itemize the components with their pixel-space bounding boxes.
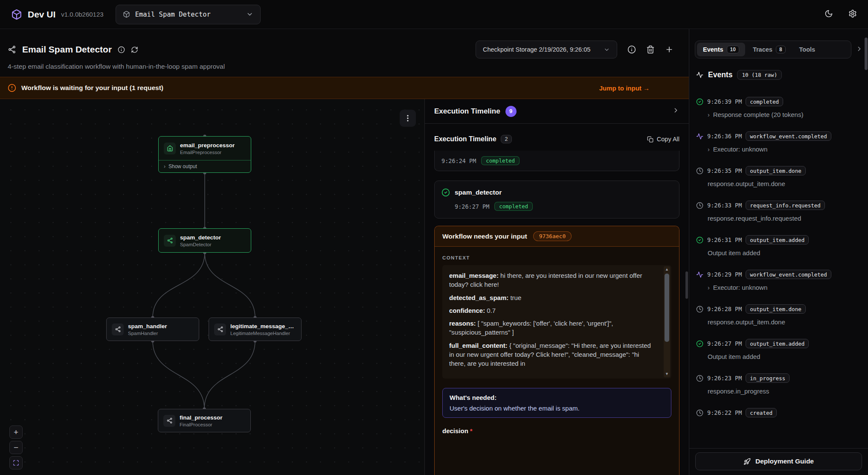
context-row: confidence: 0.7 [449, 306, 656, 315]
clock-icon [696, 202, 703, 209]
event-item[interactable]: 9:26:39 PM completed ›Response complete … [696, 97, 861, 118]
tab-tools[interactable]: Tools [793, 43, 822, 56]
scroll-down-arrow-icon[interactable]: ▼ [665, 372, 669, 376]
chevron-down-icon [246, 11, 253, 18]
main-scrollbar-thumb[interactable] [685, 271, 688, 299]
show-output-label: Show output [168, 163, 197, 169]
node-email-preprocessor[interactable]: email_preprocessor EmailPreprocessor › S… [158, 136, 251, 173]
checkpoint-selector[interactable]: Checkpoint Storage 2/19/2026, 9:26:05 [476, 41, 617, 58]
sidebar-tabs: Events 10 Traces 8 Tools [695, 41, 851, 58]
copy-all-label: Copy All [657, 136, 679, 143]
timeline-count-badge: 9 [505, 106, 517, 117]
event-item[interactable]: 9:26:23 PM in_progress response.in_progr… [696, 373, 861, 395]
workflow-canvas[interactable]: email_preprocessor EmailPreprocessor › S… [0, 99, 424, 475]
scroll-up-arrow-icon[interactable]: ▲ [665, 268, 669, 271]
event-description: Executor: unknown [713, 146, 768, 153]
event-type-badge: workflow_event.completed [746, 131, 831, 141]
workflow-subtitle: 4-step email classification workflow wit… [0, 58, 689, 70]
deployment-guide-button[interactable]: Deployment Guide [695, 452, 862, 470]
event-item[interactable]: 9:26:29 PM workflow_event.completed ›Exe… [696, 270, 861, 291]
tab-events[interactable]: Events 10 [697, 43, 745, 56]
sidebar-collapse-button[interactable] [856, 45, 863, 54]
event-type-badge: completed [746, 97, 783, 106]
zoom-in-button[interactable]: + [9, 425, 23, 439]
page-title: Email Spam Detector [22, 44, 112, 55]
gear-icon [848, 9, 857, 18]
node-spam-detector[interactable]: spam_detector SpamDetector [158, 228, 251, 253]
decision-field-label: decision* [442, 427, 671, 434]
sidebar-footer: Deployment Guide [689, 448, 868, 475]
timeline-entry-spam-detector[interactable]: spam_detector 9:26:27 PM completed [434, 181, 679, 219]
node-title: final_processor [180, 414, 223, 421]
moon-icon [824, 9, 833, 18]
context-row: full_email_content: { "original_message"… [449, 341, 656, 368]
copy-all-button[interactable]: Copy All [647, 136, 679, 143]
entry-time: 9:26:24 PM [441, 157, 476, 164]
context-scrollbar-thumb[interactable] [665, 274, 669, 342]
events-list: 9:26:39 PM completed ›Response complete … [689, 80, 868, 475]
chevron-down-icon [604, 47, 610, 53]
workflow-icon [163, 415, 175, 427]
context-box: email_message: hi there, are you interes… [442, 265, 671, 379]
fit-view-button[interactable] [9, 456, 23, 469]
node-subtitle: SpamHandler [128, 331, 167, 336]
node-spam-handler[interactable]: spam_handler SpamHandler [106, 318, 199, 341]
event-time: 9:26:29 PM [707, 271, 742, 278]
input-request-title: Workflow needs your input [442, 233, 527, 240]
timeline-entry-partial[interactable]: 9:26:24 PM completed [434, 151, 679, 171]
tab-traces[interactable]: Traces 8 [747, 43, 792, 56]
input-request-body: CONTEXT email_message: hi there, are you… [435, 247, 679, 434]
input-request-card: Workflow needs your input 9736aec0 CONTE… [434, 226, 679, 475]
tab-count-badge: 8 [776, 46, 786, 53]
event-item[interactable]: 9:26:27 PM output_item.added Output item… [696, 339, 861, 360]
tab-label: Traces [753, 46, 772, 53]
check-circle-icon [696, 98, 703, 105]
copy-icon [647, 136, 653, 143]
timeline-body: Execution Timeline 2 Copy All 9:26:24 PM… [425, 124, 689, 475]
check-circle-icon [696, 340, 703, 347]
event-item[interactable]: 9:26:33 PM request_info.requested respon… [696, 201, 861, 222]
context-row: reasons: [ "spam_keywords: ['offer', 'cl… [449, 319, 656, 337]
timeline-section-title: Execution Timeline [434, 135, 496, 143]
event-item[interactable]: 9:26:36 PM workflow_event.completed ›Exe… [696, 131, 861, 153]
settings-button[interactable] [848, 9, 857, 20]
node-final-processor[interactable]: final_processor FinalProcessor [158, 409, 251, 432]
events-header: Events 10 (18 raw) [696, 70, 861, 80]
workflow-info-button[interactable] [118, 46, 125, 53]
event-type-badge: request_info.requested [746, 201, 825, 210]
checkpoint-info-button[interactable] [627, 45, 636, 54]
event-description: response.output_item.done [708, 180, 785, 187]
event-item[interactable]: 9:26:22 PM created [696, 408, 861, 417]
node-legitimate-message-handler[interactable]: legitimate_message_hand... LegitimateMes… [209, 318, 302, 341]
event-time: 9:26:36 PM [707, 133, 742, 140]
chevron-right-icon [672, 107, 679, 114]
field-label: decision [442, 427, 468, 434]
event-item[interactable]: 9:26:31 PM output_item.added Output item… [696, 235, 861, 256]
node-title: spam_handler [128, 323, 167, 329]
theme-toggle-button[interactable] [824, 9, 833, 20]
context-key: reasons: [449, 320, 476, 327]
workflow-icon [214, 323, 226, 335]
new-checkpoint-button[interactable] [665, 45, 673, 54]
event-item[interactable]: 9:26:28 PM output_item.done response.out… [696, 304, 861, 326]
event-item[interactable]: 9:26:35 PM output_item.done response.out… [696, 166, 861, 187]
node-subtitle: FinalProcessor [180, 422, 223, 427]
banner-message: Workflow is waiting for your input (1 re… [21, 84, 163, 92]
jump-to-input-link[interactable]: Jump to input → [599, 85, 650, 92]
page-scrollbar-thumb[interactable] [865, 38, 868, 70]
app-root: Dev UI v1.0.0b260123 Email Spam Detector… [0, 0, 868, 475]
show-output-expander[interactable]: › Show output [159, 160, 251, 172]
node-title: legitimate_message_hand... [230, 323, 296, 329]
workflow-selector[interactable]: Email Spam Detector [116, 5, 261, 24]
delete-checkpoint-button[interactable] [646, 45, 655, 54]
context-row: detected_as_spam: true [449, 293, 656, 302]
canvas-menu-button[interactable] [400, 110, 416, 127]
workflow-selector-value: Email Spam Detector [135, 11, 241, 18]
event-time: 9:26:39 PM [707, 98, 742, 105]
node-title: email_preprocessor [180, 142, 235, 149]
timeline-collapse-button[interactable] [672, 107, 679, 116]
refresh-button[interactable] [131, 46, 138, 53]
home-icon [164, 143, 176, 154]
zoom-out-button[interactable]: − [9, 441, 23, 454]
events-count-badge: 10 (18 raw) [737, 70, 782, 80]
